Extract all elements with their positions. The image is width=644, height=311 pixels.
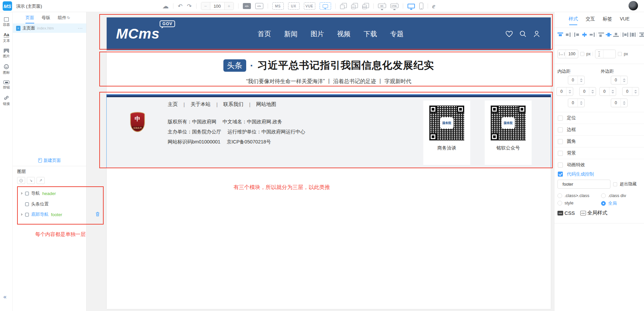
radio-style[interactable]: style bbox=[557, 200, 574, 205]
expand-caret-icon[interactable] bbox=[21, 192, 23, 195]
align-top-icon[interactable] bbox=[557, 33, 563, 37]
nav-home[interactable]: 首页 bbox=[258, 29, 271, 39]
margin-right-stepper[interactable]: 0 bbox=[622, 87, 639, 96]
animation-checkbox[interactable] bbox=[558, 163, 563, 168]
toggle-background[interactable]: 背景 bbox=[554, 147, 644, 159]
codegen-checkbox[interactable] bbox=[558, 172, 563, 177]
align-right-edge-icon[interactable] bbox=[589, 33, 595, 37]
padding-left-stepper[interactable]: 0 bbox=[556, 87, 573, 96]
export-ux-button[interactable]: UX bbox=[288, 2, 300, 10]
export-ms-button[interactable]: MS bbox=[272, 2, 284, 10]
class-name-input[interactable]: footer bbox=[557, 180, 610, 189]
margin-left-stepper[interactable]: 0 bbox=[599, 87, 616, 96]
align-center-vertical-icon[interactable] bbox=[582, 33, 587, 37]
rail-item-button[interactable]: 按钮 bbox=[0, 80, 13, 90]
download-ms-icon[interactable]: MS bbox=[378, 3, 386, 9]
padding-top-stepper[interactable]: 0 bbox=[568, 76, 585, 84]
padding-bottom-stepper[interactable]: 0 bbox=[568, 99, 585, 107]
rail-item-container[interactable]: 容器 bbox=[0, 17, 13, 27]
user-icon[interactable] bbox=[533, 30, 541, 38]
distribute-horizontal-icon[interactable] bbox=[623, 33, 628, 37]
height-input[interactable] bbox=[603, 50, 615, 58]
delete-layer-button[interactable] bbox=[96, 212, 100, 218]
new-page-button[interactable]: 新建页面 bbox=[13, 158, 86, 164]
tab-tags[interactable]: 标签 bbox=[603, 16, 612, 25]
page-file-menu-button[interactable]: ··· bbox=[78, 26, 83, 30]
code-view-icon[interactable]: </> bbox=[255, 3, 263, 9]
width-input[interactable]: 100 bbox=[566, 50, 578, 58]
align-right-icon[interactable] bbox=[565, 33, 571, 37]
height-unit-checkbox[interactable] bbox=[618, 52, 622, 56]
site-header-module[interactable]: MCmsGOV 首页 新闻 图片 视频 下载 专题 bbox=[107, 17, 551, 50]
position-checkbox[interactable] bbox=[558, 116, 563, 121]
undo-icon[interactable]: ↶ bbox=[178, 3, 182, 9]
distribute-vertical-icon[interactable] bbox=[639, 33, 644, 37]
css-button[interactable]: cssCSS bbox=[557, 210, 575, 216]
align-bottom-edge-icon[interactable] bbox=[613, 33, 619, 37]
headline-module[interactable]: 头条 · 习近平总书记指引我国信息化发展纪实 “我们要像对待生命一样关爱海洋” … bbox=[107, 52, 551, 86]
layer-row-footer[interactable]: 底部导航 footer bbox=[21, 211, 62, 217]
copy-css-icon[interactable]: css bbox=[351, 3, 358, 9]
radius-checkbox[interactable] bbox=[558, 139, 563, 144]
layer-locate-button[interactable] bbox=[17, 177, 25, 184]
stretch-horizontal-icon[interactable] bbox=[630, 33, 636, 37]
toggle-position[interactable]: 定位 bbox=[554, 112, 644, 124]
footer-link-about[interactable]: 关于本站 bbox=[191, 101, 211, 108]
design-canvas[interactable]: MCmsGOV 首页 新闻 图片 视频 下载 专题 头条 · 习近平总书记指引我… bbox=[87, 12, 554, 311]
expand-caret-icon[interactable] bbox=[21, 213, 23, 216]
overflow-hidden-checkbox[interactable] bbox=[613, 182, 617, 186]
nav-news[interactable]: 新闻 bbox=[284, 29, 298, 39]
width-unit-checkbox[interactable] bbox=[580, 52, 584, 56]
radio-class-div[interactable]: .class div bbox=[601, 193, 626, 198]
layer-row-headline[interactable]: 头条位置 bbox=[21, 201, 49, 207]
user-avatar[interactable] bbox=[629, 1, 638, 10]
headline-title[interactable]: 习近平总书记指引我国信息化发展纪实 bbox=[258, 59, 434, 72]
zoom-value[interactable]: 100 bbox=[210, 2, 225, 10]
publish-upload-icon[interactable]: ☁↑ bbox=[162, 3, 169, 9]
code-generate-icon[interactable]: </> bbox=[243, 3, 251, 9]
nav-pictures[interactable]: 图片 bbox=[311, 29, 324, 39]
mobile-preview-icon[interactable] bbox=[419, 3, 423, 9]
zoom-out-button[interactable]: − bbox=[201, 2, 210, 10]
tab-vue[interactable]: VUE bbox=[620, 16, 630, 25]
page-preview[interactable]: MCmsGOV 首页 新闻 图片 视频 下载 专题 头条 · 习近平总书记指引我… bbox=[107, 17, 551, 309]
search-icon[interactable] bbox=[519, 30, 527, 38]
export-vue-button[interactable]: VUE bbox=[304, 2, 315, 10]
copy-icon[interactable] bbox=[340, 3, 347, 9]
desktop-preview-icon[interactable] bbox=[408, 4, 415, 8]
footer-link-home[interactable]: 主页 bbox=[168, 101, 178, 108]
zoom-in-button[interactable]: + bbox=[225, 2, 233, 10]
rail-item-text[interactable]: Aa 文本 bbox=[0, 33, 13, 43]
background-checkbox[interactable] bbox=[558, 151, 563, 156]
tab-pages[interactable]: 页面 bbox=[25, 12, 34, 23]
toggle-codegen[interactable]: 代码生成控制 bbox=[554, 168, 644, 180]
collapse-panel-button[interactable]: « bbox=[3, 294, 6, 300]
copy-html-icon[interactable]: html bbox=[362, 3, 369, 9]
footer-link-sitemap[interactable]: 网站地图 bbox=[256, 101, 276, 108]
ie-browser-icon[interactable]: e bbox=[432, 2, 435, 10]
rail-item-icon[interactable]: 图标 bbox=[0, 64, 13, 75]
tab-style[interactable]: 样式 bbox=[569, 16, 578, 25]
nav-download[interactable]: 下载 bbox=[364, 29, 377, 39]
padding-right-stepper[interactable]: 0 bbox=[579, 87, 596, 96]
redo-icon[interactable]: ↷ bbox=[187, 3, 192, 9]
align-left-edge-icon[interactable] bbox=[574, 33, 580, 37]
tab-masters[interactable]: 母版 bbox=[42, 12, 50, 23]
toggle-border[interactable]: 边框 bbox=[554, 124, 644, 135]
tab-interaction[interactable]: 交互 bbox=[586, 16, 595, 25]
layer-row-header[interactable]: 导航 header bbox=[21, 190, 56, 196]
site-footer-module[interactable]: 中 党政机关 主页 | 关于本站 | 联系我们 | 网站地图 版权所有：中国政府… bbox=[107, 95, 551, 168]
global-style-button[interactable]: css全局样式 bbox=[580, 210, 607, 216]
preview-frame-button[interactable] bbox=[320, 2, 331, 10]
layer-move-up-button[interactable]: ↗ bbox=[37, 177, 45, 184]
margin-bottom-stepper[interactable]: 0 bbox=[611, 99, 628, 107]
tab-components[interactable]: 组件↻ bbox=[58, 12, 70, 23]
radio-class-class[interactable]: .class>.class bbox=[557, 193, 589, 198]
nav-topics[interactable]: 专题 bbox=[390, 29, 404, 39]
rail-item-image[interactable]: 图片 bbox=[0, 49, 13, 59]
footer-link-contact[interactable]: 联系我们 bbox=[223, 101, 244, 108]
align-middle-icon[interactable] bbox=[606, 33, 611, 37]
layer-move-down-button[interactable]: ↘ bbox=[27, 177, 35, 184]
margin-top-stepper[interactable]: 0 bbox=[611, 76, 628, 84]
app-logo[interactable]: MS bbox=[3, 1, 12, 11]
